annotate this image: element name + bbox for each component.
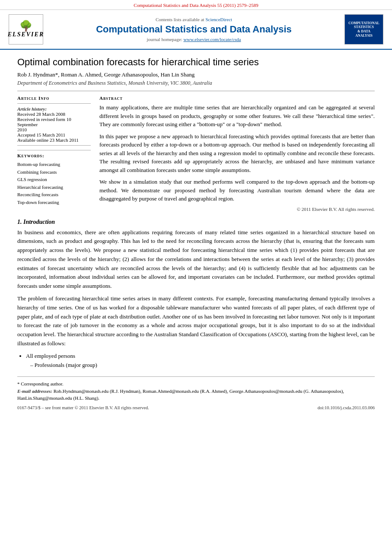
- issn-line: 0167-9473/$ – see front matter © 2011 El…: [17, 405, 149, 410]
- article-affiliation: Department of Econometrics and Business …: [17, 80, 375, 86]
- list-item: Professionals (major group): [30, 361, 375, 370]
- keyword-3: GLS regression: [17, 176, 91, 184]
- intro-para-2: The problem of forecasting hierarchical …: [17, 294, 375, 348]
- journal-homepage-link[interactable]: www.elsevier.com/locate/csda: [183, 37, 241, 42]
- footer-bottom-bar: 0167-9473/$ – see front matter © 2011 El…: [17, 405, 375, 410]
- article-info-column: Article Info Article history: Received 2…: [17, 96, 91, 212]
- footnote-emails: E-mail addresses: Rob.Hyndman@monash.edu…: [17, 388, 375, 402]
- article-info-heading: Article Info: [17, 96, 91, 101]
- dash-list: Professionals (major group): [30, 361, 375, 370]
- article-history-box: Article history: Received 28 March 2008 …: [17, 103, 91, 146]
- journal-homepage-line: journal homepage: www.elsevier.com/locat…: [43, 37, 344, 42]
- history-label: Article history:: [17, 106, 91, 111]
- revised-year: 2010: [17, 127, 91, 132]
- abstract-column: Abstract In many applications, there are…: [99, 96, 375, 212]
- abstract-text: In many applications, there are multiple…: [99, 103, 375, 203]
- journal-branding-header: 🌳 ELSEVIER Contents lists available at S…: [0, 10, 392, 50]
- main-content: Optimal combination forecasts for hierar…: [0, 50, 392, 417]
- keywords-heading: Keywords:: [17, 153, 91, 158]
- journal-title-block: Contents lists available at ScienceDirec…: [43, 17, 344, 42]
- keywords-box: Keywords: Bottom-up forecasting Combinin…: [17, 150, 91, 207]
- elsevier-logo: 🌳 ELSEVIER: [9, 14, 43, 45]
- doi-line: doi:10.1016/j.csda.2011.03.006: [318, 405, 375, 410]
- journal-logo-title: COMPUTATIONALSTATISTICS& DATAANALYSIS: [348, 21, 379, 38]
- keyword-5: Reconciling forecasts: [17, 191, 91, 199]
- keyword-6: Top-down forecasting: [17, 199, 91, 207]
- article-divider: [17, 91, 375, 91]
- article-authors: Rob J. Hyndman*, Roman A. Ahmed, George …: [17, 71, 375, 78]
- abstract-para-3: We show in a simulation study that our m…: [99, 178, 375, 203]
- accepted-date: Accepted 15 March 2011: [17, 132, 91, 137]
- abstract-para-1: In many applications, there are multiple…: [99, 103, 375, 129]
- journal-logo-box: COMPUTATIONALSTATISTICS& DATAANALYSIS: [344, 14, 383, 45]
- footnote-corresponding: * Corresponding author.: [17, 380, 375, 388]
- contents-available-line: Contents lists available at ScienceDirec…: [43, 17, 344, 22]
- journal-citation: Computational Statistics and Data Analys…: [134, 3, 258, 8]
- keyword-4: Hierarchical forecasting: [17, 184, 91, 191]
- elsevier-tree-icon: 🌳: [19, 21, 32, 31]
- list-item: All employed persons: [26, 352, 375, 361]
- sciencedirect-link[interactable]: ScienceDirect: [205, 17, 232, 22]
- online-date: Available online 23 March 2011: [17, 137, 91, 143]
- abstract-para-2: In this paper we propose a new approach …: [99, 132, 375, 175]
- article-title: Optimal combination forecasts for hierar…: [17, 57, 375, 68]
- journal-main-title: Computational Statistics and Data Analys…: [43, 24, 344, 35]
- article-info-abstract-columns: Article Info Article history: Received 2…: [17, 96, 375, 212]
- journal-ref-bar: Computational Statistics and Data Analys…: [0, 0, 392, 10]
- received-date: Received 28 March 2008: [17, 111, 91, 117]
- abstract-copyright: © 2011 Elsevier B.V. All rights reserved…: [99, 207, 375, 212]
- intro-para-1: In business and economics, there are oft…: [17, 228, 375, 291]
- bullet-list: All employed persons: [26, 352, 375, 361]
- keyword-2: Combining forecasts: [17, 169, 91, 176]
- introduction-title: 1. Introduction: [17, 219, 375, 226]
- abstract-heading: Abstract: [99, 96, 375, 101]
- revised-date: Received in revised form 10 September: [17, 117, 91, 127]
- keyword-1: Bottom-up forecasting: [17, 161, 91, 169]
- elsevier-brand-text: ELSEVIER: [8, 31, 44, 38]
- introduction-section: 1. Introduction In business and economic…: [17, 219, 375, 370]
- footer-divider: [17, 376, 375, 377]
